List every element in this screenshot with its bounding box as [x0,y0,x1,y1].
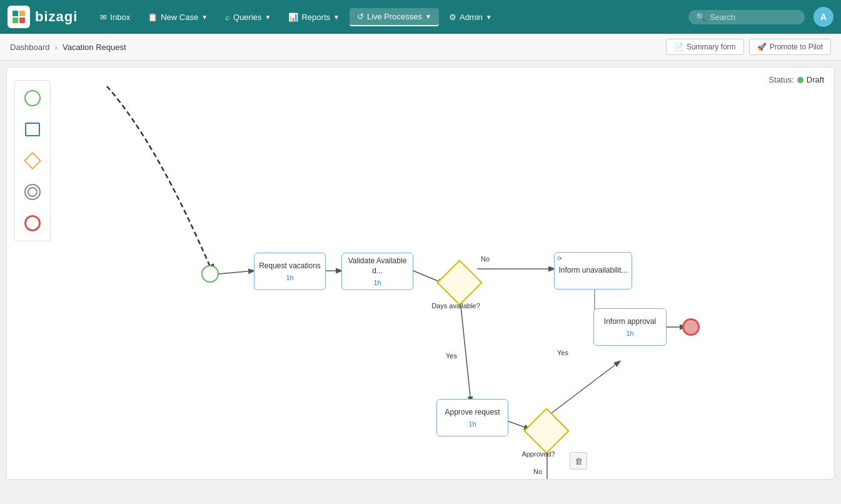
gateway-approved-label: Approved? [510,450,567,458]
queries-caret: ▼ [265,14,271,21]
breadcrumb-current: Vacation Request [63,43,126,52]
promote-icon: 🚀 [757,43,767,51]
svg-line-8 [460,300,471,402]
tool-gateway-diamond [24,152,41,169]
live-processes-caret: ▼ [425,13,431,20]
breadcrumb: Dashboard › Vacation Request [10,43,126,52]
svg-rect-2 [13,18,18,23]
gateway-days-available-label: Days available? [421,302,490,310]
logo-text: bizagi [35,9,78,25]
reports-caret: ▼ [333,14,340,21]
task-inform-approval[interactable]: Inform approval 1h [593,308,667,346]
tool-end-circle [24,215,41,231]
tool-intermediate-circle [24,184,41,200]
live-processes-icon: ↺ [357,12,364,21]
loop-icon: ⟳ [557,255,562,262]
admin-caret: ▼ [486,14,492,21]
no-label-2: No [533,468,542,475]
admin-icon: ⚙ [449,13,456,22]
inbox-icon: ✉ [100,13,107,22]
task-request-vacations[interactable]: Request vacations 1h [254,253,326,290]
search-box[interactable]: 🔍 [688,10,805,24]
summary-form-icon: 📄 [674,43,683,51]
queries-icon: ⌕ [225,13,230,22]
task-validate-available[interactable]: Validate Available d... 1h [341,253,413,290]
tool-task-square [25,123,40,136]
reports-icon: 📊 [288,13,298,22]
nav-live-processes[interactable]: ↺ Live Processes ▼ [350,8,439,26]
navbar: bizagi ✉ Inbox 📋 New Case ▼ ⌕ Queries ▼ … [0,0,841,34]
task-inform-unavailability[interactable]: ⟳ Inform unavailabilit... [554,252,632,290]
breadcrumb-dashboard[interactable]: Dashboard [10,43,50,52]
nav-new-case[interactable]: 📋 New Case ▼ [140,9,215,26]
search-icon: 🔍 [696,13,706,22]
nav-inbox[interactable]: ✉ Inbox [93,9,138,26]
nav-reports[interactable]: 📊 Reports ▼ [281,9,346,26]
tool-start-event[interactable] [21,87,44,109]
breadcrumb-separator: › [55,43,58,52]
svg-rect-0 [13,11,18,16]
trash-button[interactable]: 🗑 [570,452,587,470]
search-input[interactable] [710,13,797,22]
canvas-area: Status: Draft [6,67,835,480]
tool-end-event[interactable] [21,212,44,234]
tool-intermediate-event[interactable] [21,181,44,203]
svg-rect-3 [19,18,25,23]
promote-to-pilot-button[interactable]: 🚀 Promote to Pilot [749,39,831,55]
new-case-caret: ▼ [201,14,208,21]
gateway-approved[interactable] [523,408,570,454]
svg-line-10 [547,361,620,416]
nav-admin[interactable]: ⚙ Admin ▼ [441,9,500,26]
breadcrumb-actions: 📄 Summary form 🚀 Promote to Pilot [666,39,831,55]
svg-line-4 [219,271,254,274]
yes-label-2: Yes [557,349,568,356]
avatar[interactable]: A [813,7,833,27]
start-event[interactable] [201,265,219,283]
breadcrumb-bar: Dashboard › Vacation Request 📄 Summary f… [0,34,841,61]
nav-queries[interactable]: ⌕ Queries ▼ [218,9,278,26]
yes-label-1: Yes [446,352,457,360]
end-event-approval[interactable] [682,318,700,336]
diagram: Request vacations 1h Validate Available … [57,68,834,479]
task-approve-request[interactable]: Approve request 1h [436,399,508,436]
new-case-icon: 📋 [148,13,158,22]
tool-start-circle [24,90,41,106]
svg-rect-1 [19,11,25,16]
tool-task[interactable] [21,118,44,141]
tool-gateway[interactable] [21,149,44,172]
no-label-1: No [481,255,490,263]
gateway-days-available[interactable] [436,260,483,306]
summary-form-button[interactable]: 📄 Summary form [666,39,744,55]
tool-sidebar [14,80,51,241]
logo[interactable]: bizagi [8,6,78,28]
logo-icon [8,6,30,28]
